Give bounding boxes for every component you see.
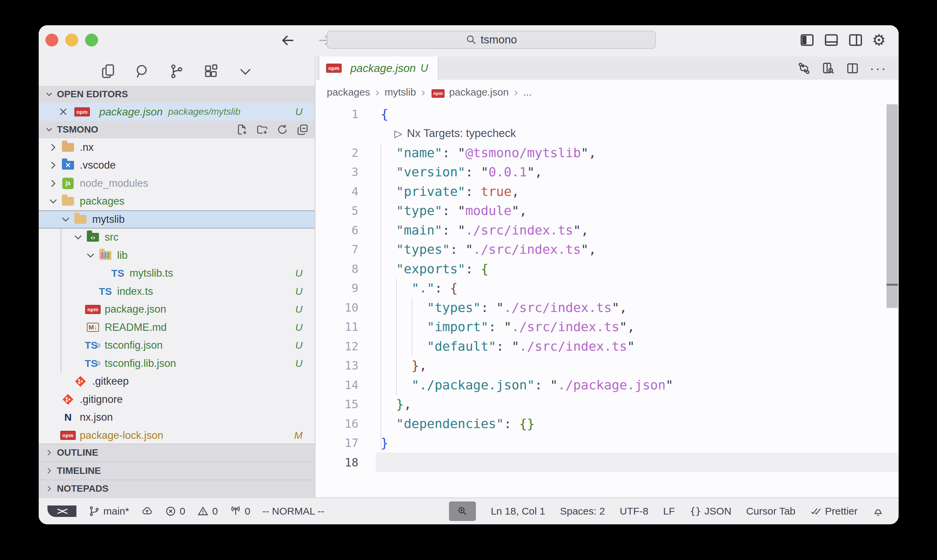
chevron-right-icon xyxy=(44,448,54,458)
tree-item-index-ts[interactable]: TSindex.tsU xyxy=(39,282,315,300)
breadcrumb-item--[interactable]: ... xyxy=(523,86,532,98)
status-vim-mode[interactable]: -- NORMAL -- xyxy=(263,506,325,517)
status-ports[interactable]: 0 xyxy=(230,506,251,517)
tab-package-json[interactable]: npm package.json U xyxy=(319,57,438,80)
code-line-4[interactable]: 4 "private": true, xyxy=(316,182,899,201)
search-view-icon[interactable] xyxy=(134,63,151,79)
git-status-badge: U xyxy=(295,340,303,351)
code-line-15[interactable]: 15 }, xyxy=(316,395,899,414)
more-actions-icon[interactable]: ··· xyxy=(870,65,887,72)
scrollbar-thumb[interactable] xyxy=(886,104,898,308)
code-line-7[interactable]: 7 "types": "./src/index.ts", xyxy=(316,240,899,260)
status-formatter[interactable]: Prettier xyxy=(810,506,858,517)
section-header-outline[interactable]: OUTLINE xyxy=(39,443,315,462)
code-line-17[interactable]: 17} xyxy=(316,434,899,453)
status-cursor-tab[interactable]: Cursor Tab xyxy=(746,506,795,517)
code-line-9[interactable]: 9 ".": { xyxy=(316,278,899,298)
back-icon[interactable] xyxy=(280,33,296,48)
status-cursor-position[interactable]: Ln 18, Col 1 xyxy=(491,506,545,517)
tree-item-packages[interactable]: packages xyxy=(39,192,315,211)
extensions-icon[interactable] xyxy=(203,63,219,79)
code-line-3[interactable]: 3 "version": "0.0.1", xyxy=(316,163,899,182)
status-errors[interactable]: 0 xyxy=(165,506,185,517)
explorer-section-header[interactable]: TSMONO xyxy=(39,121,315,138)
tree-item--gitkeep[interactable]: .gitkeep xyxy=(39,372,315,391)
minimize-window-button[interactable] xyxy=(65,34,78,46)
tree-item--vscode[interactable]: ✕.vscode xyxy=(39,157,315,175)
code-line-14[interactable]: 14 "./package.json": "./package.json" xyxy=(316,375,899,395)
toggle-panel-icon[interactable] xyxy=(823,32,839,48)
chevron-open-icon[interactable] xyxy=(47,195,60,207)
maximize-window-button[interactable] xyxy=(85,34,98,46)
toggle-primary-sidebar-icon[interactable] xyxy=(799,32,815,48)
chevron-closed-icon[interactable] xyxy=(47,160,60,171)
tree-item-label: README.md xyxy=(105,322,166,334)
tree-item-tsconfig-lib-json[interactable]: TS⚙tsconfig.lib.jsonU xyxy=(39,354,315,372)
tree-item--nx[interactable]: .nx xyxy=(39,138,315,157)
tree-item-package-lock-json[interactable]: npmpackage-lock.jsonM xyxy=(39,426,315,443)
tree-item--gitignore[interactable]: .gitignore xyxy=(39,391,315,409)
tree-item-node-modules[interactable]: jsnode_modules xyxy=(39,174,315,192)
status-sync[interactable] xyxy=(142,506,153,517)
tree-item-nx-json[interactable]: Nnx.json xyxy=(39,409,315,427)
status-language-mode[interactable]: {}JSON xyxy=(689,506,731,517)
chevron-open-icon[interactable] xyxy=(84,250,97,261)
status-warnings[interactable]: 0 xyxy=(197,506,218,517)
close-window-button[interactable] xyxy=(45,34,58,46)
explorer-icon[interactable] xyxy=(100,63,116,79)
code-line-5[interactable]: 5 "type": "module", xyxy=(316,201,899,221)
status-notifications[interactable] xyxy=(872,506,884,517)
code-line-16[interactable]: 16 "dependencies": {} xyxy=(316,414,899,434)
status-zoom-indicator[interactable] xyxy=(449,502,476,521)
command-center-search[interactable]: tsmono xyxy=(327,31,656,49)
refresh-icon[interactable] xyxy=(276,123,288,135)
run-icon[interactable]: ▷ xyxy=(394,128,402,139)
more-views-chevron-icon[interactable] xyxy=(237,63,254,79)
section-header-notepads[interactable]: NOTEPADS xyxy=(39,480,315,498)
code-line-6[interactable]: 6 "main": "./src/index.ts", xyxy=(316,220,899,240)
code-line-11[interactable]: 11 "import": "./src/index.ts", xyxy=(316,317,899,337)
status-git-branch[interactable]: main* xyxy=(89,506,129,517)
chevron-closed-icon[interactable] xyxy=(47,178,60,189)
code-editor[interactable]: 1{▷Nx Targets: typecheck2 "name": "@tsmo… xyxy=(316,104,899,497)
new-folder-icon[interactable] xyxy=(256,123,268,135)
open-preview-icon[interactable] xyxy=(821,61,835,75)
split-editor-icon[interactable] xyxy=(845,61,860,75)
tree-item-lib[interactable]: lib xyxy=(39,246,315,265)
code-line-12[interactable]: 12 "default": "./src/index.ts" xyxy=(316,337,899,356)
codelens-nx-targets[interactable]: ▷Nx Targets: typecheck xyxy=(375,127,516,140)
chevron-open-icon[interactable] xyxy=(59,214,72,225)
breadcrumb-item-package-json[interactable]: npmpackage.json xyxy=(431,86,509,98)
tree-item-readme-md[interactable]: M↓README.mdU xyxy=(39,318,315,337)
tree-item-tsconfig-json[interactable]: TS⚙tsconfig.jsonU xyxy=(39,337,315,355)
code-line-2[interactable]: 2 "name": "@tsmono/mytslib", xyxy=(316,143,899,163)
code-line-13[interactable]: 13 }, xyxy=(316,356,899,375)
status-remote-indicator[interactable]: >< xyxy=(48,506,76,517)
open-editors-section-header[interactable]: OPEN EDITORS xyxy=(39,86,315,103)
tree-item-mytslib-ts[interactable]: TSmytslib.tsU xyxy=(39,265,315,283)
open-editor-item[interactable]: npm package.json packages/mytslib U xyxy=(39,103,315,121)
code-line-18[interactable]: 18 xyxy=(316,453,899,472)
new-file-icon[interactable] xyxy=(236,123,248,135)
close-editor-icon[interactable] xyxy=(58,107,68,117)
collapse-folders-icon[interactable] xyxy=(297,123,309,135)
chevron-closed-icon[interactable] xyxy=(47,142,60,153)
tree-item-package-json[interactable]: npmpackage.jsonU xyxy=(39,300,315,319)
tree-item-src[interactable]: ‹›src xyxy=(39,229,315,247)
tree-item-label: .gitignore xyxy=(80,394,123,406)
breadcrumb-item-packages[interactable]: packages xyxy=(327,86,370,98)
breadcrumb-item-mytslib[interactable]: mytslib xyxy=(385,86,416,98)
status-eol[interactable]: LF xyxy=(663,506,675,517)
tree-item-mytslib[interactable]: mytslib xyxy=(39,210,315,229)
open-changes-icon[interactable] xyxy=(797,61,811,75)
toggle-secondary-sidebar-icon[interactable] xyxy=(848,32,863,48)
code-line-1[interactable]: 1{ xyxy=(316,104,899,124)
status-indentation[interactable]: Spaces: 2 xyxy=(560,506,605,517)
section-header-timeline[interactable]: TIMELINE xyxy=(39,462,315,480)
settings-gear-icon[interactable]: ⚙ xyxy=(872,32,886,48)
status-encoding[interactable]: UTF-8 xyxy=(620,506,648,517)
code-line-10[interactable]: 10 "types": "./src/index.ts", xyxy=(316,298,899,317)
code-line-8[interactable]: 8 "exports": { xyxy=(316,259,899,278)
chevron-open-icon[interactable] xyxy=(72,232,85,243)
source-control-icon[interactable] xyxy=(169,63,185,79)
